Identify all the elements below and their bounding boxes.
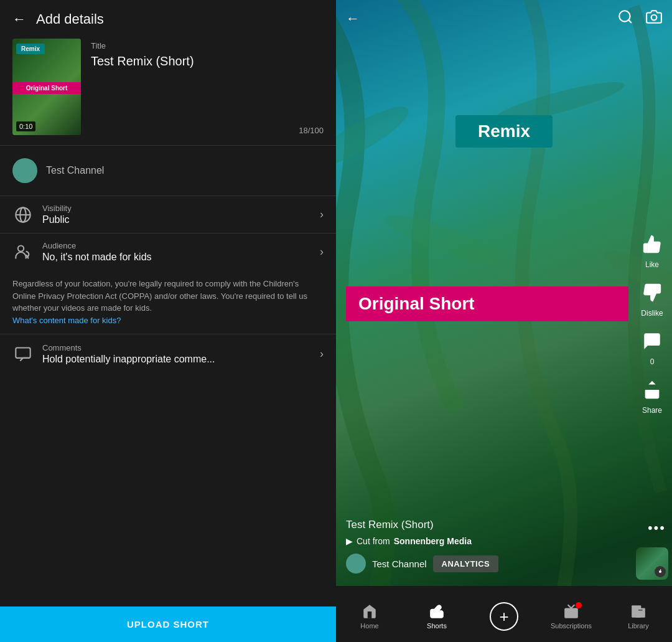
audience-chevron: › bbox=[320, 245, 324, 258]
comments-value: Hold potentially inappropriate comme... bbox=[42, 354, 311, 365]
search-icon[interactable] bbox=[617, 9, 633, 29]
more-options-area[interactable]: ••• bbox=[648, 520, 666, 536]
home-label: Home bbox=[360, 622, 378, 630]
right-header: ← bbox=[336, 0, 672, 37]
original-short-overlay: Original Short bbox=[346, 286, 628, 321]
page-title: Add details bbox=[36, 11, 104, 27]
right-panel: ← Remix Original Short bbox=[336, 0, 672, 642]
action-buttons: Like Dislike 0 bbox=[638, 230, 666, 415]
comments-icon bbox=[12, 344, 34, 365]
analytics-button[interactable]: ANALYTICS bbox=[433, 555, 499, 572]
thumbnail-bg: Remix Original Short 0:10 bbox=[12, 39, 81, 135]
title-section: Title Test Remix (Short) bbox=[91, 39, 324, 69]
char-count: 18/100 bbox=[299, 126, 324, 135]
video-title-overlay: Test Remix (Short) bbox=[346, 519, 628, 531]
mini-thumbnail[interactable] bbox=[636, 547, 668, 580]
channel-name: Test Channel bbox=[46, 165, 104, 176]
add-button[interactable]: + bbox=[490, 602, 518, 631]
channel-avatar-small bbox=[346, 554, 366, 574]
comments-row[interactable]: Comments Hold potentially inappropriate … bbox=[0, 334, 336, 374]
comments-button[interactable]: 0 bbox=[638, 328, 666, 366]
subscriptions-badge bbox=[576, 602, 582, 608]
comments-count: 0 bbox=[650, 357, 655, 366]
visibility-row[interactable]: Visibility Public › bbox=[0, 196, 336, 233]
thumbs-down-icon bbox=[642, 282, 663, 303]
left-panel: ← Add details Remix Original Short 0:10 … bbox=[0, 0, 336, 642]
nav-shorts[interactable]: Shorts bbox=[403, 598, 470, 630]
shorts-icon bbox=[429, 603, 445, 620]
visibility-value: Public bbox=[42, 214, 311, 225]
share-arrow-icon bbox=[642, 379, 663, 400]
comment-icon bbox=[642, 331, 663, 352]
back-button[interactable]: ← bbox=[12, 12, 26, 26]
cut-from-channel[interactable]: Sonnenberg Media bbox=[394, 536, 472, 546]
share-icon bbox=[638, 376, 666, 404]
like-icon bbox=[638, 230, 666, 258]
home-icon bbox=[362, 603, 378, 620]
dislike-button[interactable]: Dislike bbox=[638, 279, 666, 318]
remix-badge: Remix bbox=[16, 44, 45, 54]
svg-rect-4 bbox=[16, 347, 30, 357]
channel-avatar bbox=[12, 158, 37, 183]
library-icon bbox=[630, 603, 646, 620]
coppa-link[interactable]: What's content made for kids? bbox=[12, 316, 121, 325]
svg-point-5 bbox=[336, 97, 415, 176]
cut-from-row: ▶ Cut from Sonnenberg Media bbox=[346, 536, 628, 546]
visibility-label: Visibility bbox=[42, 204, 311, 213]
nav-add[interactable]: + bbox=[470, 597, 538, 631]
video-thumbnail: Remix Original Short 0:10 bbox=[12, 39, 81, 135]
mini-thumb-inner bbox=[636, 547, 668, 580]
svg-point-9 bbox=[619, 11, 630, 21]
svg-point-13 bbox=[659, 570, 661, 573]
left-header: ← Add details bbox=[0, 0, 336, 39]
remix-overlay-badge: Remix bbox=[455, 115, 553, 148]
library-label: Library bbox=[628, 622, 649, 630]
duration-badge: 0:10 bbox=[16, 121, 35, 131]
original-short-badge: Original Short bbox=[12, 82, 81, 94]
subscriptions-label: Subscriptions bbox=[551, 622, 592, 630]
shorts-label: Shorts bbox=[427, 622, 447, 630]
channel-row-bottom: Test Channel ANALYTICS bbox=[346, 554, 628, 574]
comments-chevron: › bbox=[320, 347, 324, 361]
svg-rect-14 bbox=[564, 608, 578, 618]
thumbs-up-icon bbox=[642, 234, 663, 255]
bottom-nav: Home Shorts + Subscriptions bbox=[336, 586, 672, 642]
audience-value: No, it's not made for kids bbox=[42, 252, 311, 263]
comments-content: Comments Hold potentially inappropriate … bbox=[42, 343, 311, 365]
svg-point-6 bbox=[381, 207, 505, 272]
subscriptions-icon bbox=[563, 603, 579, 620]
coppa-text: Regardless of your location, you're lega… bbox=[0, 270, 336, 334]
comments-label: Comments bbox=[42, 343, 311, 352]
like-label: Like bbox=[645, 260, 659, 269]
title-label: Title bbox=[91, 41, 324, 50]
upload-button[interactable]: UPLOAD SHORT bbox=[0, 607, 336, 642]
visibility-chevron: › bbox=[320, 208, 324, 221]
person-icon bbox=[14, 243, 32, 261]
svg-point-11 bbox=[651, 15, 657, 21]
visibility-icon bbox=[12, 204, 34, 225]
visibility-content: Visibility Public bbox=[42, 204, 311, 225]
svg-point-3 bbox=[18, 245, 24, 251]
audience-row[interactable]: Audience No, it's not made for kids › bbox=[0, 234, 336, 270]
camera-icon[interactable] bbox=[646, 9, 662, 29]
right-header-icons bbox=[617, 9, 662, 29]
nav-home[interactable]: Home bbox=[336, 598, 403, 630]
share-label: Share bbox=[642, 406, 662, 415]
video-info-section: Remix Original Short 0:10 Title Test Rem… bbox=[0, 39, 336, 145]
share-button[interactable]: Share bbox=[638, 376, 666, 415]
audience-icon bbox=[12, 242, 34, 263]
right-back-button[interactable]: ← bbox=[346, 11, 360, 27]
nav-subscriptions[interactable]: Subscriptions bbox=[538, 598, 605, 630]
cut-from-text: Cut from bbox=[357, 536, 390, 546]
dislike-label: Dislike bbox=[641, 309, 663, 318]
globe-icon bbox=[14, 206, 32, 224]
audience-content: Audience No, it's not made for kids bbox=[42, 241, 311, 263]
dislike-icon bbox=[638, 279, 666, 306]
svg-line-10 bbox=[628, 20, 632, 23]
like-button[interactable]: Like bbox=[638, 230, 666, 269]
chat-icon bbox=[14, 346, 32, 363]
channel-row[interactable]: Test Channel bbox=[0, 146, 336, 196]
title-value[interactable]: Test Remix (Short) bbox=[91, 53, 324, 69]
nav-library[interactable]: Library bbox=[605, 598, 672, 630]
video-bottom-info: Test Remix (Short) ▶ Cut from Sonnenberg… bbox=[346, 519, 628, 574]
